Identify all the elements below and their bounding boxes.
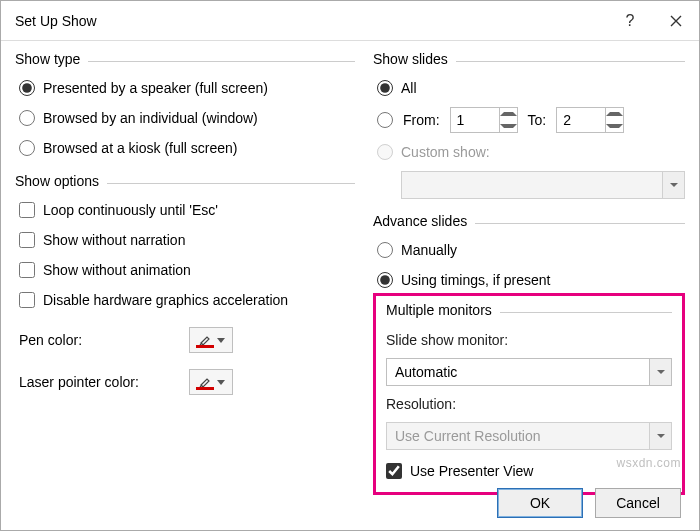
slide-monitor-label: Slide show monitor: [386, 332, 672, 348]
check-no-narration[interactable]: Show without narration [19, 229, 355, 251]
radio-all-slides[interactable]: All [377, 77, 685, 99]
chevron-down-icon [657, 370, 665, 374]
radio-browsed-kiosk-input[interactable] [19, 140, 35, 156]
multiple-monitors-legend: Multiple monitors [386, 302, 500, 318]
check-no-animation[interactable]: Show without animation [19, 259, 355, 281]
pen-color-icon [197, 333, 213, 347]
show-options-legend: Show options [15, 173, 107, 189]
spin-down-icon [606, 124, 623, 128]
radio-presented-speaker-input[interactable] [19, 80, 35, 96]
check-presenter-view-input[interactable] [386, 463, 402, 479]
radio-all-slides-input[interactable] [377, 80, 393, 96]
to-spinner[interactable]: 2 [556, 107, 624, 133]
check-loop-esc[interactable]: Loop continuously until 'Esc' [19, 199, 355, 221]
close-button[interactable] [653, 1, 699, 41]
radio-manually-input[interactable] [377, 242, 393, 258]
cancel-button[interactable]: Cancel [595, 488, 681, 518]
setup-show-dialog: Set Up Show ? Show type Presented by a s… [0, 0, 700, 531]
from-label: From: [403, 112, 440, 128]
watermark: wsxdn.com [616, 456, 681, 470]
spin-down-icon [500, 124, 517, 128]
check-loop-esc-input[interactable] [19, 202, 35, 218]
laser-color-dropdown[interactable] [189, 369, 233, 395]
resolution-dropdown: Use Current Resolution [386, 422, 672, 450]
chevron-down-icon [657, 434, 665, 438]
ok-button[interactable]: OK [497, 488, 583, 518]
window-title: Set Up Show [1, 13, 607, 29]
pen-color-dropdown[interactable] [189, 327, 233, 353]
slide-monitor-dropdown[interactable]: Automatic [386, 358, 672, 386]
spin-up-icon [606, 112, 623, 116]
custom-show-dropdown [401, 171, 685, 199]
radio-browsed-kiosk[interactable]: Browsed at a kiosk (full screen) [19, 137, 355, 159]
resolution-label: Resolution: [386, 396, 672, 412]
chevron-down-icon [670, 183, 678, 187]
radio-manually[interactable]: Manually [377, 239, 685, 261]
check-no-animation-input[interactable] [19, 262, 35, 278]
laser-color-label: Laser pointer color: [19, 374, 149, 390]
radio-presented-speaker[interactable]: Presented by a speaker (full screen) [19, 77, 355, 99]
dialog-footer: OK Cancel [497, 488, 681, 518]
from-spinner[interactable]: 1 [450, 107, 518, 133]
radio-from-input[interactable] [377, 112, 393, 128]
laser-color-icon [197, 375, 213, 389]
to-label: To: [528, 112, 547, 128]
radio-custom-show-input [377, 144, 393, 160]
radio-browsed-individual-input[interactable] [19, 110, 35, 126]
show-type-legend: Show type [15, 51, 88, 67]
chevron-down-icon [217, 338, 225, 343]
radio-using-timings-input[interactable] [377, 272, 393, 288]
check-disable-hw-accel[interactable]: Disable hardware graphics acceleration [19, 289, 355, 311]
spin-up-icon [500, 112, 517, 116]
check-no-narration-input[interactable] [19, 232, 35, 248]
chevron-down-icon [217, 380, 225, 385]
radio-browsed-individual[interactable]: Browsed by an individual (window) [19, 107, 355, 129]
help-button[interactable]: ? [607, 1, 653, 41]
advance-slides-legend: Advance slides [373, 213, 475, 229]
radio-custom-show: Custom show: [377, 141, 685, 163]
title-bar: Set Up Show ? [1, 1, 699, 41]
pen-color-label: Pen color: [19, 332, 149, 348]
radio-using-timings[interactable]: Using timings, if present [377, 269, 685, 291]
check-disable-hw-accel-input[interactable] [19, 292, 35, 308]
show-slides-legend: Show slides [373, 51, 456, 67]
close-icon [670, 15, 682, 27]
